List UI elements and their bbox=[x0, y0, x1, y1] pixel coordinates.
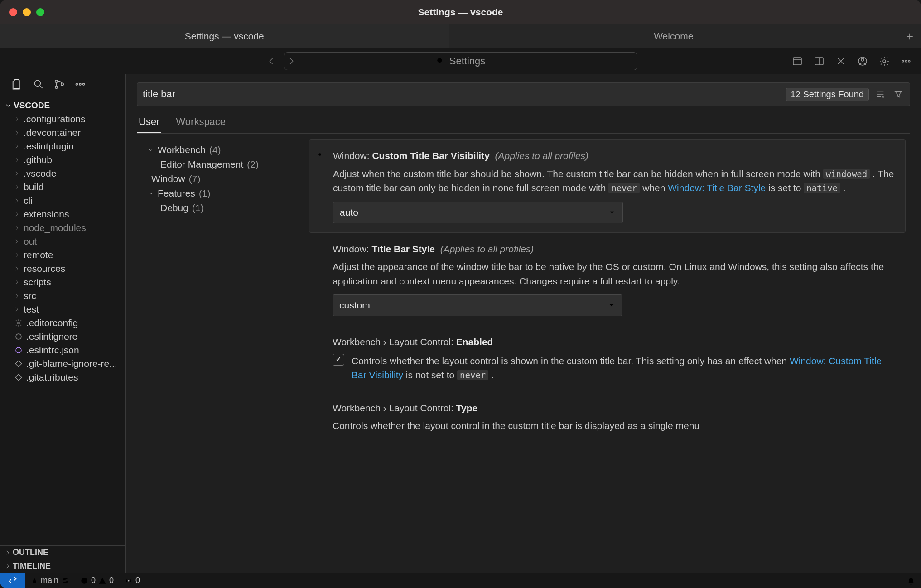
setting-select[interactable]: custom bbox=[333, 294, 622, 316]
setting-layout-control-type: Workbench › Layout Control: Type Control… bbox=[309, 392, 906, 443]
scope-user[interactable]: User bbox=[137, 112, 161, 133]
folder-item[interactable]: test bbox=[0, 303, 125, 316]
filter-icon[interactable] bbox=[892, 87, 905, 101]
source-control-icon[interactable] bbox=[53, 78, 65, 90]
tab-settings[interactable]: Settings — vscode bbox=[0, 24, 449, 48]
outline-label: OUTLINE bbox=[13, 548, 48, 557]
branch-name: main bbox=[41, 576, 58, 585]
svg-point-13 bbox=[76, 83, 77, 85]
bell-icon bbox=[907, 576, 916, 585]
setting-gear-icon[interactable] bbox=[315, 149, 325, 159]
zoom-window-button[interactable] bbox=[36, 8, 44, 16]
minimize-window-button[interactable] bbox=[23, 8, 31, 16]
more-actions-icon[interactable] bbox=[899, 54, 913, 68]
timeline-section[interactable]: TIMELINE bbox=[0, 559, 125, 573]
setting-note: (Applies to all profiles) bbox=[440, 244, 534, 254]
close-editor-icon[interactable] bbox=[834, 54, 848, 68]
toc-item[interactable]: Features (1) bbox=[137, 186, 309, 201]
nav-back-button[interactable] bbox=[263, 53, 280, 70]
tab-welcome[interactable]: Welcome bbox=[449, 24, 899, 48]
folder-item[interactable]: resources bbox=[0, 262, 125, 275]
split-editor-icon[interactable] bbox=[812, 54, 826, 68]
folder-item[interactable]: src bbox=[0, 289, 125, 303]
folder-item[interactable]: .devcontainer bbox=[0, 126, 125, 140]
search-panel-icon[interactable] bbox=[33, 78, 44, 90]
folder-item[interactable]: build bbox=[0, 180, 125, 194]
settings-list[interactable]: Window: Custom Title Bar Visibility (App… bbox=[309, 139, 910, 573]
setting-checkbox[interactable] bbox=[333, 354, 344, 366]
svg-point-5 bbox=[883, 60, 886, 63]
chevron-right-icon bbox=[5, 549, 11, 556]
workspace-root[interactable]: VSCODE bbox=[0, 99, 125, 112]
toc-label: Editor Management bbox=[160, 159, 243, 170]
git-branch-status[interactable]: main bbox=[25, 576, 75, 585]
svg-point-18 bbox=[16, 347, 21, 353]
toc-count: (1) bbox=[192, 202, 204, 213]
toc-count: (7) bbox=[189, 174, 201, 184]
ports-status[interactable]: 0 bbox=[119, 576, 145, 585]
setting-link[interactable]: Window: Title Bar Style bbox=[668, 183, 766, 193]
toc-label: Debug bbox=[160, 202, 188, 213]
file-item[interactable]: .gitattributes bbox=[0, 371, 125, 384]
folder-item[interactable]: remote bbox=[0, 248, 125, 262]
toc-item[interactable]: Workbench (4) bbox=[137, 143, 309, 157]
svg-rect-1 bbox=[793, 58, 801, 65]
setting-scope: Workbench › Layout Control: bbox=[333, 337, 453, 347]
select-value: custom bbox=[339, 298, 370, 313]
results-count-badge: 12 Settings Found bbox=[786, 88, 869, 101]
folder-item[interactable]: node_modules bbox=[0, 221, 125, 235]
new-tab-button[interactable]: ＋ bbox=[898, 24, 921, 48]
code-literal: never bbox=[608, 183, 640, 193]
file-item[interactable]: .eslintrc.json bbox=[0, 343, 125, 357]
svg-point-23 bbox=[128, 580, 130, 581]
explorer-icon[interactable] bbox=[11, 78, 24, 91]
folder-item[interactable]: .github bbox=[0, 153, 125, 167]
warning-icon bbox=[98, 577, 106, 585]
more-views-icon[interactable] bbox=[74, 78, 86, 90]
chevron-right-icon bbox=[13, 184, 21, 190]
folder-item[interactable]: extensions bbox=[0, 207, 125, 221]
sync-icon bbox=[61, 577, 69, 585]
setting-name: Custom Title Bar Visibility bbox=[372, 150, 489, 161]
settings-search[interactable]: 12 Settings Found bbox=[137, 82, 910, 106]
problems-status[interactable]: 0 0 bbox=[75, 576, 119, 585]
notifications-button[interactable] bbox=[901, 576, 921, 585]
close-window-button[interactable] bbox=[9, 8, 17, 16]
folder-item[interactable]: cli bbox=[0, 194, 125, 207]
file-tree: VSCODE .configurations.devcontainer.esli… bbox=[0, 99, 125, 545]
folder-item[interactable]: .eslintplugin bbox=[0, 140, 125, 153]
file-item[interactable]: .editorconfig bbox=[0, 316, 125, 330]
timeline-label: TIMELINE bbox=[13, 561, 51, 571]
folder-label: test bbox=[24, 304, 39, 315]
toc-item[interactable]: Window (7) bbox=[137, 172, 309, 186]
accounts-icon[interactable] bbox=[856, 54, 869, 68]
scope-workspace[interactable]: Workspace bbox=[174, 112, 227, 133]
file-icon bbox=[14, 333, 24, 341]
folder-item[interactable]: .vscode bbox=[0, 167, 125, 180]
layout-toggle-icon[interactable] bbox=[791, 54, 804, 68]
file-item[interactable]: .git-blame-ignore-re... bbox=[0, 357, 125, 371]
settings-search-input[interactable] bbox=[142, 88, 781, 101]
folder-item[interactable]: .configurations bbox=[0, 112, 125, 126]
clear-search-icon[interactable] bbox=[873, 87, 887, 101]
chevron-down-icon bbox=[148, 190, 154, 197]
explorer-sidebar: VSCODE .configurations.devcontainer.esli… bbox=[0, 74, 126, 573]
chevron-right-icon bbox=[13, 116, 21, 122]
folder-item[interactable]: scripts bbox=[0, 275, 125, 289]
folder-label: resources bbox=[24, 263, 65, 274]
chevron-right-icon bbox=[13, 265, 21, 272]
remote-indicator[interactable] bbox=[0, 573, 25, 588]
command-center[interactable]: Settings bbox=[284, 52, 637, 70]
outline-section[interactable]: OUTLINE bbox=[0, 545, 125, 559]
tab-label: Settings — vscode bbox=[185, 31, 264, 42]
manage-gear-icon[interactable] bbox=[878, 54, 891, 68]
folder-item[interactable]: out bbox=[0, 235, 125, 248]
file-label: .gitattributes bbox=[26, 372, 78, 383]
file-item[interactable]: .eslintignore bbox=[0, 330, 125, 343]
toc-subitem[interactable]: Debug (1) bbox=[137, 201, 309, 215]
svg-point-9 bbox=[34, 80, 40, 86]
setting-title-bar-style: Window: Title Bar Style (Applies to all … bbox=[309, 233, 906, 326]
toc-subitem[interactable]: Editor Management (2) bbox=[137, 157, 309, 172]
setting-description: Adjust the appearance of the window titl… bbox=[333, 260, 897, 288]
setting-select[interactable]: auto bbox=[333, 202, 623, 223]
